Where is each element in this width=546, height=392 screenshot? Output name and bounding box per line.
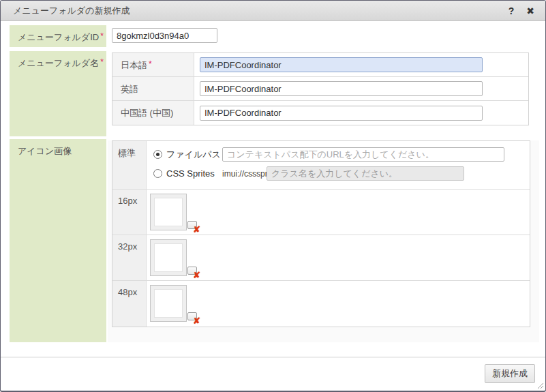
menu-folder-id-label-text: メニューフォルダID — [18, 32, 99, 42]
icon-preview-slot-32px: ✘ — [150, 239, 199, 276]
menu-folder-id-input[interactable] — [112, 28, 217, 43]
file-path-radio[interactable] — [153, 150, 162, 159]
icon-preview-slot-48px: ✘ — [150, 285, 199, 322]
footer-separator — [1, 357, 545, 358]
icon-row-48px: 48px ✘ — [112, 281, 530, 327]
name-row-english: 英語 — [112, 77, 528, 101]
css-sprites-prefix: imui://csssprites/ — [222, 169, 267, 179]
icon-preview-box-16px — [150, 194, 187, 230]
icon-row-16px: 16px ✘ — [112, 190, 530, 235]
dialog-title: メニューフォルダの新規作成 — [13, 5, 130, 17]
css-sprites-radio[interactable] — [153, 169, 162, 178]
css-sprites-line: CSS Sprites imui://csssprites/ — [153, 166, 530, 181]
english-name-input[interactable] — [200, 81, 483, 96]
file-path-input[interactable] — [222, 147, 504, 162]
icon-preview-slot-16px: ✘ — [150, 194, 199, 230]
help-icon[interactable]: ? — [509, 6, 515, 16]
red-x-icon: ✘ — [193, 316, 200, 325]
name-row-chinese: 中国語 (中国) — [112, 101, 528, 125]
chinese-label: 中国語 (中国) — [121, 108, 173, 118]
css-sprites-radio-label: CSS Sprites — [166, 168, 215, 179]
close-icon[interactable]: ✖ — [526, 6, 534, 16]
size-row-content: ✘ — [147, 190, 530, 235]
titlebar-icons: ? ✖ — [509, 6, 534, 16]
red-x-icon: ✘ — [193, 271, 200, 280]
size-row-content: ✘ — [147, 281, 530, 327]
name-row-japanese: 日本語* — [112, 53, 528, 77]
red-x-icon: ✘ — [193, 225, 200, 234]
icon-image-label-text: アイコン画像 — [18, 146, 72, 156]
chinese-name-input[interactable] — [200, 106, 483, 121]
icon-preview-box-32px — [150, 239, 187, 276]
required-mark: * — [100, 31, 104, 41]
size-row-label: 16px — [112, 190, 147, 235]
delete-image-icon[interactable]: ✘ — [187, 267, 199, 277]
create-button[interactable]: 新規作成 — [485, 364, 535, 383]
required-mark: * — [149, 59, 152, 69]
dialog-titlebar: メニューフォルダの新規作成 ? ✖ — [1, 1, 545, 21]
file-path-radio-group[interactable]: ファイルパス — [153, 149, 222, 161]
name-row-value — [194, 101, 528, 125]
japanese-name-input[interactable] — [200, 57, 483, 72]
delete-image-icon[interactable]: ✘ — [187, 221, 199, 232]
file-path-radio-label: ファイルパス — [166, 149, 221, 161]
field-label-menu-folder-name: メニューフォルダ名* — [10, 51, 106, 136]
name-row-value — [194, 77, 528, 100]
english-label: 英語 — [121, 84, 138, 94]
icon-preview-box-48px — [150, 285, 187, 322]
japanese-label: 日本語 — [121, 60, 147, 70]
icon-image-table: 標準 ファイルパス CSS Sprites imui://csssprites/ — [112, 140, 530, 327]
field-label-icon-image: アイコン画像 — [10, 139, 106, 342]
size-row-content: ✘ — [147, 235, 530, 280]
standard-row-label: 標準 — [112, 141, 147, 189]
name-row-label: 中国語 (中国) — [112, 101, 194, 125]
required-mark: * — [100, 57, 104, 67]
menu-folder-name-table: 日本語* 英語 中国語 (中国) — [112, 52, 529, 125]
size-row-label: 32px — [112, 235, 147, 280]
icon-row-standard: 標準 ファイルパス CSS Sprites imui://csssprites/ — [112, 141, 530, 190]
name-row-label: 日本語* — [112, 53, 194, 76]
resize-grip[interactable] — [536, 382, 543, 389]
name-row-label: 英語 — [112, 77, 194, 100]
field-label-menu-folder-id: メニューフォルダID* — [10, 25, 106, 47]
standard-row-content: ファイルパス CSS Sprites imui://csssprites/ — [147, 141, 530, 189]
name-row-value — [194, 53, 528, 76]
new-menu-folder-dialog: メニューフォルダの新規作成 ? ✖ メニューフォルダID* メニューフォルダ名*… — [0, 0, 546, 392]
file-path-line: ファイルパス — [153, 147, 530, 162]
delete-image-icon[interactable]: ✘ — [187, 312, 199, 323]
css-sprites-radio-group[interactable]: CSS Sprites — [153, 168, 222, 179]
css-sprites-class-input[interactable] — [267, 166, 464, 181]
size-row-label: 48px — [112, 281, 147, 327]
menu-folder-name-label-text: メニューフォルダ名 — [18, 58, 99, 68]
icon-row-32px: 32px ✘ — [112, 235, 530, 281]
